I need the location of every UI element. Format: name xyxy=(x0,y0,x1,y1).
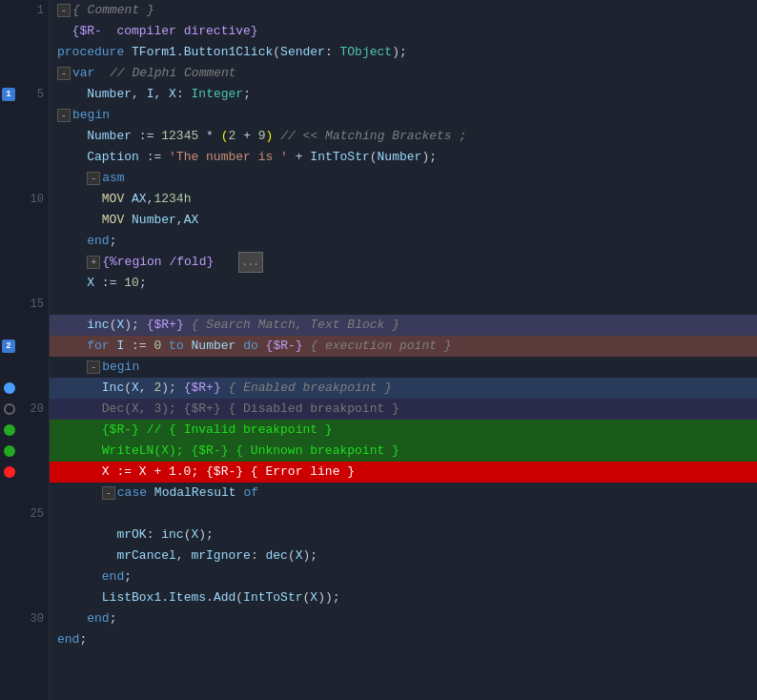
line-number-12 xyxy=(0,231,50,252)
gutter-row-24 xyxy=(0,483,49,504)
gutter-row-10: 10 xyxy=(0,189,49,210)
gutter-row-27 xyxy=(0,546,49,566)
gutter-row-13 xyxy=(0,252,49,273)
gutter-row-22 xyxy=(0,441,49,462)
breakpoint-enabled[interactable] xyxy=(4,382,15,394)
gutter-row-30: 30 xyxy=(0,608,49,629)
line-number-29 xyxy=(0,587,50,608)
breakpoint-invalid[interactable] xyxy=(4,424,15,436)
line-number-24 xyxy=(0,483,50,504)
fold-icon-9[interactable]: - xyxy=(87,172,100,185)
line-number-7 xyxy=(0,126,50,147)
line-number-26 xyxy=(0,525,50,546)
gutter-row-26 xyxy=(0,525,49,546)
gutter-row-28 xyxy=(0,566,49,587)
line-number-3 xyxy=(0,42,50,63)
line-number-27 xyxy=(0,546,50,566)
code-line-16: inc(X); {$R+} { Search Match, Text Block… xyxy=(50,315,757,336)
line-number-32 xyxy=(0,650,50,671)
code-line-5: Number, I, X: Integer; xyxy=(50,84,757,105)
code-line-22: WriteLN(X); {$R-} { Unknown breakpoint } xyxy=(50,441,757,462)
code-line-2: {$R- compiler directive} xyxy=(50,21,757,42)
code-line-1: -{ Comment } xyxy=(50,0,757,21)
gutter-row-3 xyxy=(0,42,49,63)
code-line-21: {$R-} // { Invalid breakpoint } xyxy=(50,420,757,441)
code-line-18: -begin xyxy=(50,357,757,378)
gutter-row-9 xyxy=(0,168,49,189)
line-number-16 xyxy=(0,315,50,336)
gutter-row-14 xyxy=(0,273,49,294)
line-number-15: 15 xyxy=(0,294,50,315)
line-number-25: 25 xyxy=(0,504,50,525)
code-line-26: mrOK: inc(X); xyxy=(50,525,757,546)
code-line-15 xyxy=(50,294,757,315)
code-line-23: X := X + 1.0; {$R-} { Error line } xyxy=(50,462,757,483)
breakpoint-disabled[interactable] xyxy=(4,403,15,415)
fold-icon-6[interactable]: - xyxy=(57,109,71,122)
gutter-row-31 xyxy=(0,629,49,650)
gutter-row-15: 15 xyxy=(0,294,49,315)
fold-icon-13[interactable]: + xyxy=(87,256,100,269)
fold-icon-24[interactable]: - xyxy=(102,486,115,500)
line-number-21 xyxy=(0,420,50,441)
gutter-row-6 xyxy=(0,105,49,126)
line-number-22 xyxy=(0,441,50,462)
code-line-24: -case ModalResult of xyxy=(50,483,757,504)
line-number-30: 30 xyxy=(0,608,50,629)
line-number-14 xyxy=(0,273,50,294)
gutter-row-20: 20 xyxy=(0,399,49,420)
gutter-row-29 xyxy=(0,587,49,608)
code-line-6: -begin xyxy=(50,105,757,126)
empty-space xyxy=(50,671,757,700)
code-line-17: for I := 0 to Number do {$R-} { executio… xyxy=(50,336,757,357)
gutter-row-16 xyxy=(0,315,49,336)
fold-icon-4[interactable]: - xyxy=(57,67,71,80)
gutter-row-4 xyxy=(0,63,49,84)
code-line-7: Number := 12345 * (2 + 9) // << Matching… xyxy=(50,126,757,147)
bookmark-2[interactable]: 2 xyxy=(2,340,15,353)
gutter-row-21 xyxy=(0,420,49,441)
code-line-10: MOV AX,1234h xyxy=(50,189,757,210)
line-number-1: 1 xyxy=(0,0,50,21)
line-number-8 xyxy=(0,147,50,168)
gutter-row-1: 1 xyxy=(0,0,49,21)
code-line-27: mrCancel, mrIgnore: dec(X); xyxy=(50,546,757,566)
code-area[interactable]: -{ Comment } {$R- compiler directive} pr… xyxy=(50,0,757,700)
code-line-20: Dec(X, 3); {$R+} { Disabled breakpoint } xyxy=(50,399,757,420)
line-number-31 xyxy=(0,629,50,650)
gutter-row-5: 1 5 xyxy=(0,84,49,105)
line-number-10: 10 xyxy=(0,189,50,210)
gutter-row-11 xyxy=(0,210,49,231)
code-line-8: Caption := 'The number is ' + IntToStr(N… xyxy=(50,147,757,168)
code-line-9: -asm xyxy=(50,168,757,189)
code-line-32 xyxy=(50,650,757,671)
line-number-4 xyxy=(0,63,50,84)
code-line-19: Inc(X, 2); {$R+} { Enabled breakpoint } xyxy=(50,378,757,399)
line-number-20: 20 xyxy=(0,399,50,420)
gutter-row-23 xyxy=(0,462,49,483)
gutter-row-8 xyxy=(0,147,49,168)
fold-marker-13[interactable]: ... xyxy=(238,252,263,273)
gutter-row-18 xyxy=(0,357,49,378)
line-number-23 xyxy=(0,462,50,483)
fold-icon-18[interactable]: - xyxy=(87,360,100,374)
line-gutter: 1 1 5 xyxy=(0,0,50,700)
gutter-row-25: 25 xyxy=(0,504,49,525)
line-number-28 xyxy=(0,566,50,587)
line-number-17: 2 xyxy=(0,336,50,357)
breakpoint-unknown[interactable] xyxy=(4,445,15,457)
code-line-11: MOV Number,AX xyxy=(50,210,757,231)
breakpoint-error[interactable] xyxy=(4,466,15,478)
fold-icon-1[interactable]: - xyxy=(57,4,71,17)
code-line-28: end; xyxy=(50,566,757,587)
code-line-13: +{%region /fold} ... xyxy=(50,252,757,273)
gutter-row-32 xyxy=(0,650,49,671)
code-line-12: end; xyxy=(50,231,757,252)
code-line-31: end; xyxy=(50,629,757,650)
gutter-row-17: 2 xyxy=(0,336,49,357)
line-number-18 xyxy=(0,357,50,378)
code-line-30: end; xyxy=(50,608,757,629)
editor: 1 1 5 xyxy=(0,0,757,700)
gutter-row-19 xyxy=(0,378,49,399)
bookmark-1[interactable]: 1 xyxy=(2,88,15,101)
